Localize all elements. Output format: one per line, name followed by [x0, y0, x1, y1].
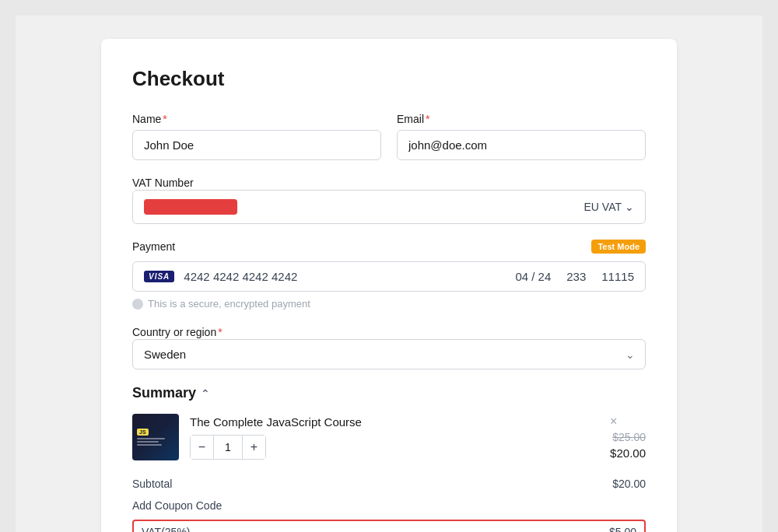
product-price-original: $25.00	[612, 431, 646, 443]
vat-row: VAT(25%) $5.00	[132, 520, 646, 532]
payment-label: Payment	[132, 240, 175, 253]
remove-product-button[interactable]: ×	[610, 415, 617, 428]
visa-icon: VISA	[144, 271, 174, 282]
email-required: *	[426, 113, 429, 125]
secure-notice: This is a secure, encrypted payment	[132, 298, 646, 310]
card-postal: 11115	[601, 270, 634, 283]
vat-amount: $5.00	[609, 526, 636, 532]
quantity-value: 1	[214, 436, 242, 459]
email-group: Email*	[397, 113, 646, 160]
product-price-current: $20.00	[610, 446, 646, 460]
vat-label: VAT Number	[132, 177, 194, 189]
country-label: Country or region*	[132, 326, 223, 338]
checkout-container: Checkout Name* Email* VAT Number	[101, 39, 677, 532]
quantity-decrease-button[interactable]: −	[191, 436, 214, 459]
country-required: *	[218, 326, 222, 338]
payment-section: Payment Test Mode VISA 4242 4242 4242 42…	[132, 240, 646, 310]
country-section: Country or region* Sweden United States …	[132, 325, 646, 369]
page-wrapper: Checkout Name* Email* VAT Number	[16, 16, 762, 532]
name-required: *	[163, 113, 166, 125]
vat-dropdown[interactable]: EU VAT ⌄	[584, 201, 635, 213]
product-thumbnail: JS	[132, 414, 179, 460]
product-price-col: × $25.00 $20.00	[610, 415, 646, 460]
thumbnail-lines	[137, 438, 165, 446]
js-badge: JS	[137, 429, 149, 436]
vat-dropdown-label: EU VAT	[584, 201, 622, 213]
country-select-wrapper: Sweden United States United Kingdom Germ…	[132, 339, 646, 369]
email-label: Email*	[397, 113, 646, 125]
summary-title: Summary	[132, 385, 196, 401]
payment-card-row[interactable]: VISA 4242 4242 4242 4242 04 / 24 233 111…	[132, 261, 646, 292]
page-title: Checkout	[132, 67, 646, 91]
subtotal-value: $20.00	[612, 478, 646, 490]
coupon-row[interactable]: Add Coupon Code	[132, 495, 646, 516]
email-input[interactable]	[397, 130, 646, 160]
thumbnail-line-3	[137, 444, 162, 446]
name-email-row: Name* Email*	[132, 113, 646, 160]
vat-chevron-icon: ⌄	[625, 201, 634, 213]
summary-chevron-icon[interactable]: ⌃	[201, 387, 210, 400]
name-label: Name*	[132, 113, 381, 125]
product-row: JS The Complete JavaScript Course − 1 +	[132, 414, 646, 460]
name-group: Name*	[132, 113, 381, 160]
thumbnail-line-1	[137, 438, 165, 439]
coupon-label[interactable]: Add Coupon Code	[132, 499, 222, 512]
secure-lock-icon	[132, 299, 143, 310]
quantity-controls: − 1 +	[190, 435, 266, 460]
vat-section: VAT Number EU VAT ⌄	[132, 176, 646, 224]
thumbnail-line-2	[137, 441, 159, 443]
test-mode-badge: Test Mode	[591, 240, 646, 254]
product-name: The Complete JavaScript Course	[190, 415, 599, 429]
subtotal-row: Subtotal $20.00	[132, 473, 646, 495]
summary-section: Summary ⌃ JS The Complete JavaScript Cou…	[132, 385, 646, 532]
subtotal-label: Subtotal	[132, 478, 172, 490]
vat-label: VAT(25%)	[142, 526, 191, 532]
card-expiry: 04 / 24	[515, 270, 551, 283]
country-select[interactable]: Sweden United States United Kingdom Germ…	[132, 339, 646, 369]
product-info: The Complete JavaScript Course − 1 +	[190, 415, 599, 460]
card-cvc: 233	[566, 270, 586, 283]
vat-highlight	[144, 199, 237, 215]
summary-header: Summary ⌃	[132, 385, 646, 401]
quantity-increase-button[interactable]: +	[242, 436, 265, 459]
card-meta: 04 / 24 233 11115	[515, 270, 634, 283]
vat-input-wrapper: EU VAT ⌄	[132, 190, 646, 224]
card-number: 4242 4242 4242 4242	[184, 270, 506, 283]
name-input[interactable]	[132, 130, 381, 160]
payment-header: Payment Test Mode	[132, 240, 646, 254]
